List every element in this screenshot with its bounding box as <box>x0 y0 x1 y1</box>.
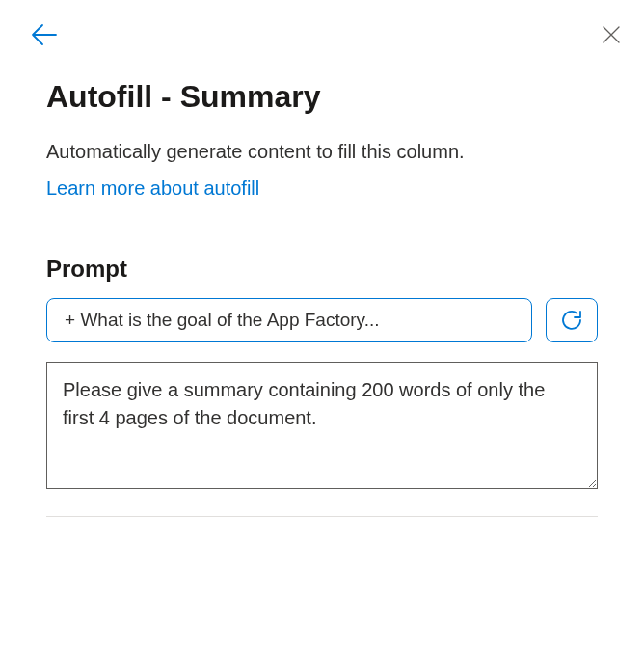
learn-more-link[interactable]: Learn more about autofill <box>46 177 259 200</box>
arrow-left-icon <box>29 19 60 50</box>
back-button[interactable] <box>29 19 60 50</box>
refresh-icon <box>559 308 584 333</box>
prompt-suggestion-text: + What is the goal of the App Factory... <box>65 310 380 331</box>
prompt-textarea[interactable] <box>46 362 598 489</box>
close-icon <box>602 25 621 44</box>
refresh-suggestion-button[interactable] <box>546 298 598 342</box>
page-description: Automatically generate content to fill t… <box>46 138 598 166</box>
page-title: Autofill - Summary <box>46 79 598 115</box>
close-button[interactable] <box>598 21 625 48</box>
section-divider <box>46 516 598 517</box>
prompt-section-label: Prompt <box>46 256 598 283</box>
prompt-suggestion-button[interactable]: + What is the goal of the App Factory... <box>46 298 532 342</box>
